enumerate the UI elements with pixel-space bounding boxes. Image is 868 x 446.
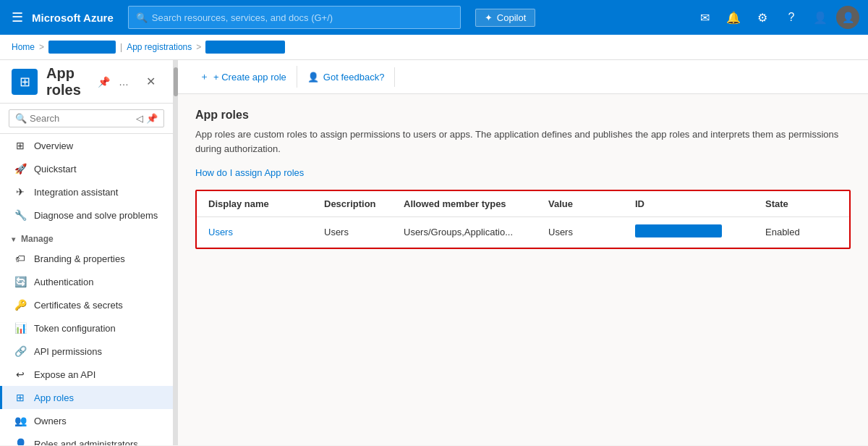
sidebar-item-certificates[interactable]: 🔑 Certificates & secrets [0, 293, 173, 316]
sidebar-item-app-roles[interactable]: ⊞ App roles [0, 386, 173, 409]
sidebar-item-label: Diagnose and solve problems [34, 210, 158, 221]
create-app-role-button[interactable]: ＋ + Create app role [190, 66, 297, 88]
sidebar-item-label: Roles and administrators [34, 439, 138, 446]
col-display-name: Display name [208, 198, 324, 209]
sidebar-item-authentication[interactable]: 🔄 Authentication [0, 270, 173, 293]
page-title-row: App roles 📌 … [46, 65, 132, 98]
sidebar-item-label: Expose an API [34, 369, 95, 380]
global-search-bar[interactable]: 🔍 [128, 6, 461, 29]
integration-icon: ✈ [14, 186, 27, 198]
breadcrumb-sep-2: | [120, 42, 122, 52]
api-permissions-icon: 🔗 [14, 345, 27, 357]
sidebar-item-label: Quickstart [34, 164, 77, 174]
cell-value: Users [548, 227, 635, 237]
sidebar-item-label: Certificates & secrets [34, 300, 123, 311]
collapse-icon[interactable]: ◁ [136, 113, 143, 124]
sidebar-item-overview[interactable]: ⊞ Overview [0, 134, 173, 157]
hamburger-icon[interactable]: ☰ [9, 7, 26, 28]
expose-api-icon: ↩ [14, 369, 27, 380]
breadcrumb-sep-3: > [196, 42, 201, 52]
sidebar-search-inner[interactable]: 🔍 ◁ 📌 [9, 109, 164, 127]
table-row: Users Users Users/Groups,Applicatio... U… [197, 217, 849, 248]
authentication-icon: 🔄 [14, 276, 27, 287]
breadcrumb: Home > ██████████ | App registrations > … [0, 35, 868, 60]
sidebar-item-diagnose[interactable]: 🔧 Diagnose and solve problems [0, 203, 173, 227]
overview-icon: ⊞ [14, 140, 27, 151]
sidebar-item-expose-api[interactable]: ↩ Expose an API [0, 363, 173, 386]
sidebar-item-label: Integration assistant [34, 187, 118, 198]
sidebar-item-roles-admins[interactable]: 👤 Roles and administrators [0, 432, 173, 445]
cell-id [635, 224, 765, 240]
breadcrumb-home[interactable]: Home [12, 42, 35, 52]
branding-icon: 🏷 [14, 253, 27, 264]
certificates-icon: 🔑 [14, 299, 27, 311]
pin-button[interactable]: 📌 [95, 73, 113, 91]
copilot-button[interactable]: ✦ Copilot [475, 9, 535, 27]
section-description: App roles are custom roles to assign per… [195, 127, 851, 156]
sidebar-item-label: Overview [34, 140, 73, 151]
manage-section-header[interactable]: ▾ Manage [0, 227, 173, 247]
sidebar-item-quickstart[interactable]: 🚀 Quickstart [0, 157, 173, 180]
app-roles-table: Display name Description Allowed member … [195, 190, 851, 249]
quickstart-icon: 🚀 [14, 163, 27, 174]
help-link[interactable]: How do I assign App roles [195, 167, 851, 178]
close-button[interactable]: ✕ [140, 72, 161, 91]
global-search-input[interactable] [152, 12, 453, 23]
scroll-indicator [174, 60, 178, 445]
cell-description: Users [324, 227, 404, 237]
cell-state: Enabled [765, 227, 838, 237]
search-icon: 🔍 [136, 12, 148, 23]
roles-admins-icon: 👤 [14, 438, 27, 445]
sidebar-item-token[interactable]: 📊 Token configuration [0, 316, 173, 340]
page-title-area: App roles 📌 … [46, 65, 132, 98]
sidebar: ⊞ App roles 📌 … ✕ 🔍 ◁ 📌 [0, 60, 174, 445]
main-layout: ⊞ App roles 📌 … ✕ 🔍 ◁ 📌 [0, 60, 868, 445]
sidebar-item-integration[interactable]: ✈ Integration assistant [0, 180, 173, 203]
cell-allowed-member-types: Users/Groups,Applicatio... [404, 227, 548, 237]
breadcrumb-app-registrations[interactable]: App registrations [127, 42, 192, 52]
page-header: ⊞ App roles 📌 … ✕ [0, 60, 173, 104]
breadcrumb-app-name: ██████████ [48, 41, 116, 54]
col-allowed-member-types: Allowed member types [404, 198, 548, 209]
feedback-icon[interactable]: 👤 [807, 4, 833, 30]
sidebar-search-input[interactable] [30, 113, 136, 124]
col-value: Value [548, 198, 635, 209]
avatar[interactable]: 👤 [836, 6, 859, 29]
section-title: App roles [195, 109, 851, 122]
scroll-thumb[interactable] [174, 67, 178, 96]
sidebar-item-api-permissions[interactable]: 🔗 API permissions [0, 340, 173, 363]
page-title: App roles [46, 65, 89, 98]
create-icon: ＋ [200, 70, 209, 83]
display-name-link[interactable]: Users [208, 227, 233, 237]
settings-icon[interactable]: ⚙ [749, 4, 775, 30]
nav-icons-group: ✉ 🔔 ⚙ ? 👤 👤 [692, 4, 859, 30]
app-icon: ⊞ [12, 69, 38, 95]
help-icon[interactable]: ? [778, 4, 804, 30]
sidebar-search-area: 🔍 ◁ 📌 [0, 104, 173, 134]
create-label: + Create app role [213, 72, 286, 83]
table-header: Display name Description Allowed member … [197, 191, 849, 217]
got-feedback-button[interactable]: 👤 Got feedback? [297, 67, 396, 87]
brand-logo: Microsoft Azure [32, 12, 114, 24]
pin-sidebar-icon[interactable]: 📌 [146, 113, 158, 124]
notifications-icon[interactable]: 🔔 [720, 4, 746, 30]
sidebar-item-label: Owners [34, 416, 67, 426]
diagnose-icon: 🔧 [14, 209, 27, 221]
page-actions: 📌 … [95, 73, 132, 91]
token-icon: 📊 [14, 322, 27, 334]
sidebar-item-label: Authentication [34, 277, 93, 287]
feedback-label: Got feedback? [323, 72, 385, 83]
cell-display-name[interactable]: Users [208, 227, 324, 237]
more-options-button[interactable]: … [116, 73, 132, 91]
breadcrumb-sep-1: > [39, 42, 44, 52]
feedback-icon: 👤 [307, 72, 319, 83]
copilot-label: Copilot [497, 12, 526, 23]
col-description: Description [324, 198, 404, 209]
sidebar-item-branding[interactable]: 🏷 Branding & properties [0, 247, 173, 270]
app-roles-icon: ⊞ [14, 392, 27, 403]
top-navigation: ☰ Microsoft Azure 🔍 ✦ Copilot ✉ 🔔 ⚙ ? 👤 … [0, 0, 868, 35]
sidebar-item-owners[interactable]: 👥 Owners [0, 409, 173, 432]
mail-icon[interactable]: ✉ [692, 4, 718, 30]
sidebar-search-icons: ◁ 📌 [136, 113, 158, 124]
sidebar-item-label: API permissions [34, 346, 102, 357]
